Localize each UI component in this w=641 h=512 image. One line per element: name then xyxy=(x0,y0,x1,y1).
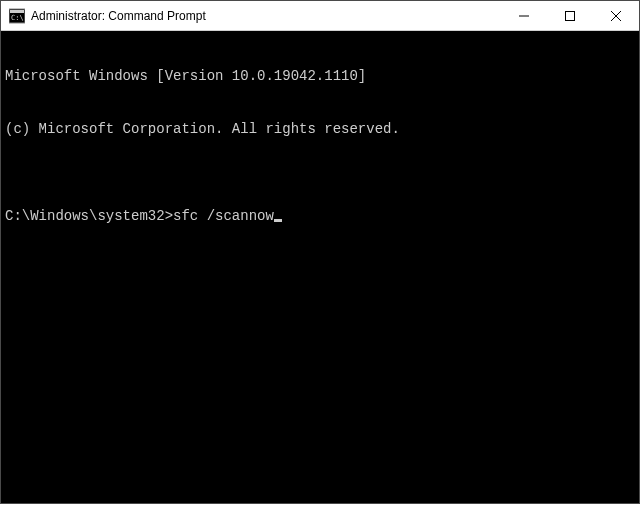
terminal-output-line: (c) Microsoft Corporation. All rights re… xyxy=(5,121,635,139)
window-controls xyxy=(501,1,639,30)
svg-rect-1 xyxy=(10,10,24,13)
titlebar[interactable]: C:\ Administrator: Command Prompt xyxy=(1,1,639,31)
typed-command: sfc /scannow xyxy=(173,208,274,226)
svg-rect-4 xyxy=(566,11,575,20)
cursor xyxy=(274,219,282,222)
maximize-button[interactable] xyxy=(547,1,593,30)
window-title: Administrator: Command Prompt xyxy=(31,9,206,23)
terminal-area[interactable]: Microsoft Windows [Version 10.0.19042.11… xyxy=(1,31,639,503)
prompt-path: C:\Windows\system32> xyxy=(5,208,173,226)
minimize-button[interactable] xyxy=(501,1,547,30)
cmd-window: C:\ Administrator: Command Prompt xyxy=(0,0,640,504)
svg-text:C:\: C:\ xyxy=(11,14,24,22)
close-button[interactable] xyxy=(593,1,639,30)
cmd-icon: C:\ xyxy=(9,8,25,24)
terminal-output-line: Microsoft Windows [Version 10.0.19042.11… xyxy=(5,68,635,86)
prompt-line: C:\Windows\system32>sfc /scannow xyxy=(5,208,635,226)
